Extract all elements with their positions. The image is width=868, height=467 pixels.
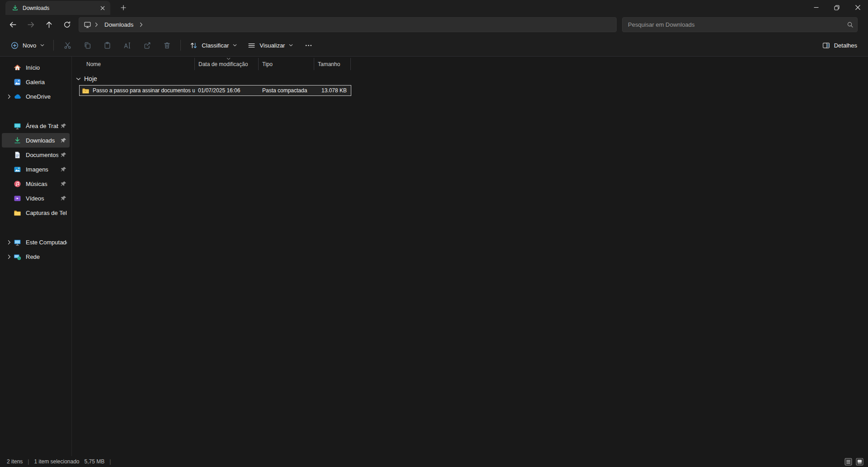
sidebar-item-este-computador[interactable]: Este Computador: [2, 235, 70, 249]
computer-icon: [14, 238, 21, 246]
sidebar-item-imagens[interactable]: Imagens: [2, 162, 70, 176]
share-button[interactable]: [137, 37, 157, 53]
item-count: 2 itens: [7, 458, 23, 465]
sidebar-item-galeria[interactable]: Galeria: [2, 75, 70, 89]
pin-icon: [60, 137, 67, 144]
selection-size: 5,75 MB: [85, 458, 105, 465]
download-icon: [12, 5, 19, 11]
sort-direction-icon: [223, 57, 231, 60]
pin-icon: [60, 166, 67, 173]
status-bar: 2 itens | 1 item selecionado 5,75 MB |: [0, 456, 868, 467]
home-icon: [14, 64, 21, 71]
group-label: Hoje: [84, 75, 97, 82]
status-divider: |: [109, 458, 111, 465]
refresh-button[interactable]: [58, 17, 76, 33]
sort-button[interactable]: Classificar: [184, 37, 242, 53]
view-toggles: [843, 457, 864, 466]
forward-button[interactable]: [22, 17, 40, 33]
file-row-selected[interactable]: Passo a passo para assinar documentos u.…: [79, 85, 351, 96]
copy-button[interactable]: [77, 37, 97, 53]
status-divider: |: [28, 458, 29, 465]
sidebar: Início Galeria OneDrive Área de Trabalho: [0, 57, 72, 456]
document-icon: [14, 151, 21, 159]
expand-chevron-icon[interactable]: [5, 254, 14, 259]
sidebar-item-capturas-de-tela[interactable]: Capturas de Tela: [2, 205, 70, 220]
pictures-icon: [14, 166, 21, 173]
sidebar-item-inicio[interactable]: Início: [2, 60, 70, 75]
column-header-data[interactable]: Data de modificação: [195, 58, 259, 70]
expand-chevron-icon[interactable]: [5, 94, 14, 99]
chevron-down-icon: [233, 44, 237, 47]
pin-icon: [60, 195, 67, 202]
search-input[interactable]: [628, 21, 847, 28]
view-list-icon: [248, 42, 255, 49]
toolbar-separator: [180, 40, 181, 51]
delete-button[interactable]: [157, 37, 177, 53]
onedrive-icon: [14, 93, 21, 100]
close-tab-icon[interactable]: [98, 3, 108, 13]
sidebar-item-downloads[interactable]: Downloads: [2, 133, 70, 148]
back-button[interactable]: [4, 17, 22, 33]
details-pane-button[interactable]: Detalhes: [817, 37, 863, 53]
sidebar-item-documentos[interactable]: Documentos: [2, 148, 70, 162]
restore-button[interactable]: [826, 0, 847, 15]
sidebar-item-videos[interactable]: Vídeos: [2, 191, 70, 205]
chevron-down-icon: [40, 44, 44, 47]
rename-button[interactable]: [117, 37, 137, 53]
chevron-right-icon[interactable]: [138, 22, 145, 27]
tab-downloads[interactable]: Downloads: [5, 1, 110, 15]
file-size-cell: 13.078 KB: [314, 86, 350, 95]
navigation-bar: Downloads: [0, 15, 868, 34]
column-headers: Nome Data de modificação Tipo Tamanho: [79, 58, 868, 70]
column-header-tamanho[interactable]: Tamanho: [314, 58, 351, 70]
search-box[interactable]: [622, 17, 858, 32]
group-header-hoje[interactable]: Hoje: [76, 73, 868, 84]
command-toolbar: Novo Cla: [0, 34, 868, 57]
view-button[interactable]: Visualizar: [242, 37, 298, 53]
minimize-button[interactable]: [806, 0, 826, 15]
chevron-right-icon[interactable]: [93, 22, 100, 27]
sidebar-item-rede[interactable]: Rede: [2, 249, 70, 264]
file-date-cell: 01/07/2025 16:06: [195, 86, 259, 95]
chevron-down-icon[interactable]: [76, 77, 81, 81]
sidebar-item-onedrive[interactable]: OneDrive: [2, 89, 70, 104]
toolbar-separator: [53, 40, 54, 51]
chevron-down-icon: [289, 44, 293, 47]
file-type-cell: Pasta compactada: [259, 86, 314, 95]
column-header-tipo[interactable]: Tipo: [259, 58, 314, 70]
main-area: Início Galeria OneDrive Área de Trabalho: [0, 57, 868, 456]
sidebar-item-area-de-trabalho[interactable]: Área de Trabalho: [2, 119, 70, 133]
zip-folder-icon: [82, 87, 90, 95]
details-pane-icon: [822, 42, 830, 49]
address-bar[interactable]: Downloads: [79, 17, 617, 32]
sort-button-label: Classificar: [202, 42, 229, 49]
cut-button[interactable]: [57, 37, 77, 53]
search-icon[interactable]: [847, 21, 854, 28]
gallery-icon: [14, 78, 21, 86]
this-pc-icon[interactable]: [84, 21, 91, 29]
sidebar-item-musicas[interactable]: Músicas: [2, 176, 70, 191]
file-name: Passo a passo para assinar documentos u.…: [93, 87, 195, 94]
new-button[interactable]: Novo: [5, 37, 50, 53]
plus-circle-icon: [11, 42, 19, 49]
download-icon: [14, 137, 21, 144]
tab-title: Downloads: [23, 5, 94, 11]
file-name-cell: Passo a passo para assinar documentos u.…: [80, 86, 195, 95]
pin-icon: [60, 152, 67, 158]
up-button[interactable]: [40, 17, 58, 33]
more-options-button[interactable]: [298, 37, 318, 53]
new-button-label: Novo: [23, 42, 36, 49]
view-button-label: Visualizar: [259, 42, 285, 49]
details-view-button[interactable]: [843, 457, 853, 466]
new-tab-button[interactable]: [117, 1, 130, 14]
breadcrumb-downloads[interactable]: Downloads: [102, 20, 136, 29]
thumbnails-view-button[interactable]: [854, 457, 864, 466]
paste-button[interactable]: [97, 37, 117, 53]
videos-icon: [14, 195, 21, 202]
close-button[interactable]: [847, 0, 868, 15]
column-header-nome[interactable]: Nome: [79, 58, 195, 70]
folder-icon: [14, 209, 21, 217]
desktop-icon: [14, 122, 21, 130]
pin-icon: [60, 123, 67, 129]
expand-chevron-icon[interactable]: [5, 240, 14, 245]
